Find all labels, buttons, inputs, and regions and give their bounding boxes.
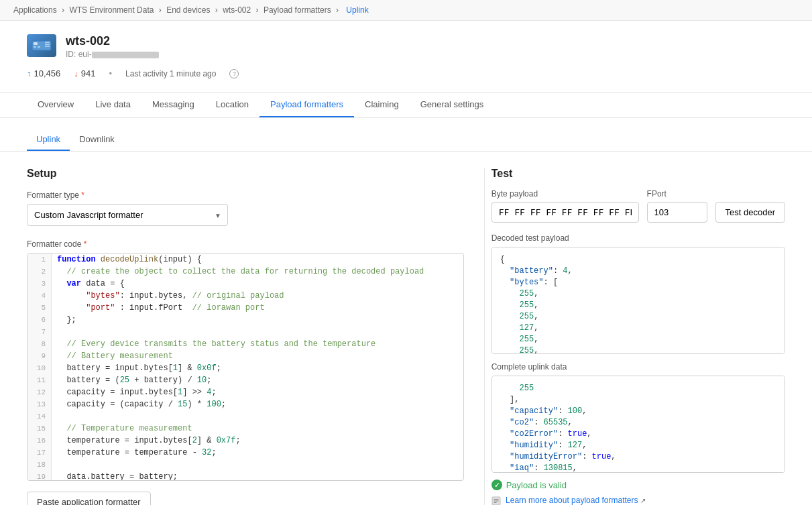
breadcrumb-current: Uplink [346,5,368,15]
device-header: wts-002 ID: eui- ↑ 10,456 ↓ 941 • Last a… [0,21,812,93]
code-line: 10 battery = input.bytes[1] & 0x0f; [27,362,463,374]
code-line: 13 capacity = (capacity / 15) * 100; [27,398,463,410]
upload-stat: ↑ 10,456 [27,68,60,78]
learn-more-link[interactable]: Learn more about payload formatters [506,496,638,505]
byte-payload-label: Byte payload [491,189,639,199]
code-line: 3 var data = { [27,278,463,290]
breadcrumb-payload-formatters[interactable]: Payload formatters [264,5,331,15]
info-icon[interactable]: ? [229,69,239,78]
last-activity: Last activity 1 minute ago [125,69,216,78]
sub-tabs: Uplink Downlink [0,118,812,152]
download-stat: ↓ 941 [74,68,95,78]
code-line: 14 [27,410,463,423]
setup-title: Setup [27,168,464,180]
code-line: 12 capacity = input.bytes[1] >> 4; [27,386,463,398]
valid-text: Payload is valid [506,480,567,490]
fport-input[interactable] [647,202,707,223]
formatter-type-select-wrapper: Custom Javascript formatter CayenneLPP J… [27,204,228,226]
test-decoder-button[interactable]: Test decoder [715,202,785,223]
main-content: Setup Formatter type * Custom Javascript… [0,152,812,505]
byte-payload-group: Byte payload [491,189,639,223]
device-icon [27,34,56,57]
tab-claiming[interactable]: Claiming [354,93,410,117]
code-line: 5 "port" : input.fPort // lorawan port [27,302,463,314]
code-editor[interactable]: 1function decodeUplink(input) { 2 // cre… [27,253,464,481]
tab-general-settings[interactable]: General settings [410,93,495,117]
subtab-downlink[interactable]: Downlink [70,129,124,151]
tab-payload-formatters[interactable]: Payload formatters [259,93,354,117]
tab-messaging[interactable]: Messaging [141,93,205,117]
device-stats: ↑ 10,456 ↓ 941 • Last activity 1 minute … [27,66,785,85]
code-line: 7 [27,326,463,338]
complete-uplink-label: Complete uplink data [491,362,785,372]
code-line: 9 // Battery measurement [27,350,463,362]
breadcrumb: Applications › WTS Environment Data › En… [0,0,812,21]
code-line: 16 temperature = input.bytes[2] & 0x7f; [27,435,463,447]
breadcrumb-wts-env[interactable]: WTS Environment Data [69,5,154,15]
code-line: 18 [27,459,463,471]
byte-payload-input[interactable] [491,202,639,223]
svg-rect-1 [34,42,38,45]
code-line: 6 }; [27,314,463,326]
decoded-test-payload-label: Decoded test payload [491,233,785,243]
code-line: 15 // Temperature measurement [27,423,463,435]
test-title: Test [491,168,785,180]
code-line: 19 data.battery = battery; [27,471,463,481]
svg-rect-2 [34,46,36,48]
formatter-type-label: Formatter type * [27,190,464,200]
device-name: wts-002 [66,34,159,48]
code-line: 4 "bytes": input.bytes, // original payl… [27,290,463,302]
code-line: 17 temperature = temperature - 32; [27,447,463,459]
tab-overview[interactable]: Overview [27,93,84,117]
breadcrumb-applications[interactable]: Applications [13,5,57,15]
nav-tabs: Overview Live data Messaging Location Pa… [0,93,812,118]
upload-arrow-icon: ↑ [27,68,32,78]
info-doc-icon [491,496,501,505]
device-id: ID: eui- [66,50,159,59]
test-input-row: Byte payload FPort Test decoder [491,189,785,223]
setup-panel: Setup Formatter type * Custom Javascript… [27,168,484,505]
tab-location[interactable]: Location [205,93,259,117]
code-line: 8 // Every device transmits the battery … [27,338,463,350]
formatter-type-field: Formatter type * Custom Javascript forma… [27,190,464,239]
code-line: 11 battery = (25 + battery) / 10; [27,374,463,386]
code-line: 2 // create the object to collect the da… [27,266,463,278]
tab-live-data[interactable]: Live data [84,93,141,117]
valid-check-icon [491,480,502,490]
learn-more-row: Learn more about payload formatters ↗ [491,496,785,505]
test-panel: Test Byte payload FPort Test decoder Dec… [484,168,785,505]
external-link-icon: ↗ [640,497,646,504]
download-arrow-icon: ↓ [74,68,78,78]
code-line: 1function decodeUplink(input) { [27,254,463,266]
svg-rect-3 [38,46,40,48]
breadcrumb-end-devices[interactable]: End devices [166,5,210,15]
formatter-code-label: Formatter code * [27,239,464,249]
fport-group: FPort [647,189,707,223]
paste-application-formatter-button[interactable]: Paste application formatter [27,492,151,505]
subtab-uplink[interactable]: Uplink [27,129,70,151]
valid-row: Payload is valid [491,480,785,490]
breadcrumb-wts-002[interactable]: wts-002 [223,5,251,15]
fport-label: FPort [647,189,707,199]
complete-uplink-block: 255 ], "capacity": 100, "co2": 65535, "c… [491,376,785,473]
decoded-json-block: { "battery": 4, "bytes": [ 255, 255, 255… [491,247,785,354]
formatter-code-field: Formatter code * 1function decodeUplink(… [27,239,464,481]
formatter-type-select[interactable]: Custom Javascript formatter CayenneLPP J… [27,204,228,226]
